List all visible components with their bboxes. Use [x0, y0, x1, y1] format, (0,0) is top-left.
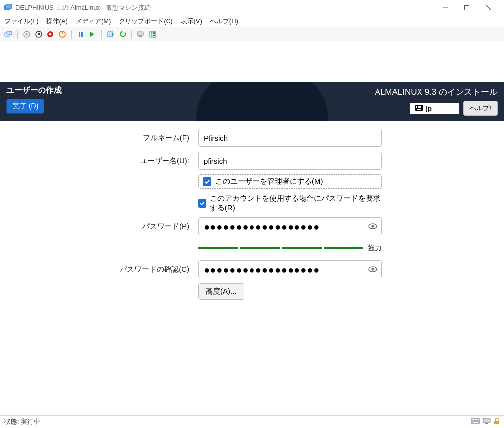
svg-rect-3 [465, 5, 469, 10]
svg-rect-49 [473, 422, 478, 423]
svg-point-13 [49, 33, 52, 35]
svg-rect-26 [153, 32, 155, 34]
make-admin-label: このユーザーを管理者にする(M) [215, 177, 323, 186]
svg-marker-21 [121, 31, 123, 33]
keyboard-tray-icon [471, 418, 480, 426]
keyboard-layout-indicator[interactable]: jp [410, 103, 459, 114]
turn-off-button[interactable] [34, 29, 43, 39]
svg-rect-7 [7, 31, 12, 35]
statusbar: 状態: 実行中 [0, 415, 504, 428]
reveal-password-icon[interactable] [367, 221, 378, 232]
svg-rect-25 [151, 32, 152, 34]
titlebar: DELPHINIUS 上の AlmaLinux - 仮想マシン接続 [0, 0, 504, 15]
svg-point-42 [372, 268, 374, 271]
toolbar-separator [131, 30, 132, 39]
svg-rect-16 [79, 32, 80, 37]
minimize-button[interactable] [434, 0, 456, 15]
svg-point-9 [26, 33, 28, 35]
strength-segment [282, 247, 322, 249]
svg-rect-46 [475, 419, 476, 420]
checkpoint-button[interactable] [106, 29, 116, 39]
fullname-input[interactable] [198, 129, 382, 147]
username-input[interactable] [198, 152, 382, 170]
done-button-label: 完了 (D) [13, 102, 38, 110]
start-button[interactable] [22, 29, 32, 39]
svg-rect-48 [478, 419, 479, 420]
install-title: ALMALINUX 9.3 のインストール [375, 86, 498, 98]
page-title: ユーザーの作成 [6, 86, 62, 96]
enhanced-session-button[interactable] [136, 29, 146, 39]
menu-action[interactable]: 操作(A) [46, 17, 68, 26]
reset-button[interactable] [87, 29, 97, 39]
strength-segment [240, 247, 280, 249]
password-strength-meter: 強力 [198, 243, 382, 253]
svg-rect-50 [483, 418, 490, 423]
svg-rect-44 [472, 419, 473, 420]
menu-view[interactable]: 表示(V) [181, 17, 202, 26]
advanced-button-label: 高度(A)... [206, 287, 237, 295]
done-button[interactable]: 完了 (D) [6, 99, 44, 114]
svg-rect-51 [485, 423, 488, 424]
display-tray-icon [483, 418, 491, 426]
strength-label: 強力 [367, 243, 382, 253]
svg-rect-24 [150, 31, 156, 37]
username-label: ユーザー名(U): [15, 156, 198, 166]
menu-file[interactable]: ファイル(F) [4, 17, 39, 26]
save-button[interactable] [57, 29, 67, 39]
installer-header: ユーザーの作成 完了 (D) ALMALINUX 9.3 のインストール jp … [0, 82, 504, 121]
make-admin-checkbox[interactable]: このユーザーを管理者にする(M) [198, 174, 382, 189]
require-password-label: このアカウントを使用する場合にパスワードを要求する(R) [210, 194, 382, 213]
svg-point-40 [372, 225, 374, 228]
window-title: DELPHINIUS 上の AlmaLinux - 仮想マシン接続 [15, 3, 151, 12]
svg-rect-37 [420, 107, 421, 108]
revert-button[interactable] [118, 29, 127, 39]
toolbar-separator [71, 30, 72, 39]
confirm-password-label: パスワードの確認(C) [15, 265, 198, 274]
svg-rect-47 [476, 419, 477, 420]
lock-tray-icon [494, 418, 500, 426]
require-password-checkbox[interactable]: このアカウントを使用する場合にパスワードを要求する(R) [198, 194, 382, 213]
menu-media[interactable]: メディア(M) [76, 17, 111, 26]
strength-segment [324, 247, 364, 249]
svg-rect-33 [420, 106, 421, 107]
password-input[interactable]: ●●●●●●●●●●●●●●●●●● [198, 217, 382, 235]
svg-rect-32 [419, 106, 420, 107]
ctrl-alt-del-button[interactable] [3, 29, 13, 39]
menu-clipboard[interactable]: クリップボード(C) [119, 17, 172, 26]
svg-rect-28 [153, 35, 155, 36]
svg-rect-11 [38, 33, 40, 35]
help-button[interactable]: ヘルプ! [463, 101, 498, 116]
help-button-label: ヘルプ! [470, 104, 491, 112]
strength-segment [198, 247, 238, 249]
svg-rect-34 [416, 107, 417, 108]
toolbar-separator [101, 30, 102, 39]
svg-rect-31 [418, 106, 419, 107]
fullname-label: フルネーム(F) [15, 133, 198, 143]
svg-rect-1 [6, 4, 12, 9]
svg-rect-45 [473, 419, 474, 420]
confirm-password-input[interactable]: ●●●●●●●●●●●●●●●●●● [198, 260, 382, 278]
svg-rect-52 [494, 421, 499, 424]
hyperv-window: DELPHINIUS 上の AlmaLinux - 仮想マシン接続 ファイル(F… [0, 0, 504, 428]
close-button[interactable] [478, 0, 500, 15]
menu-help[interactable]: ヘルプ(H) [210, 17, 238, 26]
svg-rect-30 [416, 106, 417, 107]
svg-marker-18 [90, 32, 94, 37]
status-tray [471, 418, 500, 426]
share-button[interactable] [148, 29, 158, 39]
shutdown-button[interactable] [45, 29, 55, 39]
toolbar [0, 27, 504, 41]
reveal-confirm-password-icon[interactable] [367, 264, 378, 275]
svg-rect-22 [137, 32, 143, 36]
menubar: ファイル(F) 操作(A) メディア(M) クリップボード(C) 表示(V) ヘ… [0, 15, 504, 27]
svg-rect-35 [418, 107, 419, 108]
maximize-button[interactable] [456, 0, 478, 15]
checkbox-checked-icon [203, 177, 211, 186]
svg-rect-43 [471, 418, 480, 424]
svg-rect-36 [419, 107, 420, 108]
status-text: 状態: 実行中 [4, 417, 40, 426]
svg-rect-38 [417, 109, 421, 110]
pause-button[interactable] [76, 29, 85, 39]
advanced-button[interactable]: 高度(A)... [198, 283, 244, 300]
svg-rect-23 [139, 36, 142, 37]
